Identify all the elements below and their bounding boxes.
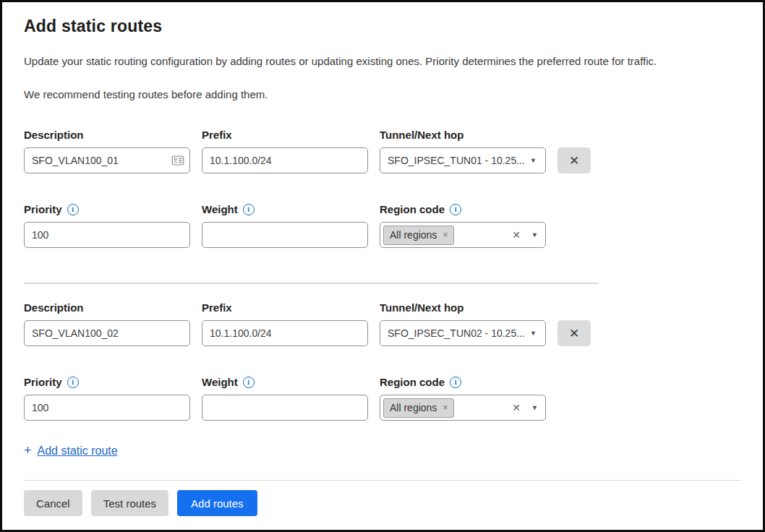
route-2-priority-field: Priority i (24, 375, 190, 421)
route-2-secondary-row: Priority i Weight i Region code i (24, 375, 741, 421)
chip-remove-icon[interactable]: × (443, 403, 448, 413)
intro-text: Update your static routing configuration… (24, 55, 741, 67)
priority-label: Priority i (24, 202, 190, 216)
recommendation-text: We recommend testing routes before addin… (24, 88, 741, 100)
info-icon[interactable]: i (450, 377, 461, 388)
info-icon[interactable]: i (243, 377, 255, 388)
chevron-down-icon: ▼ (530, 330, 537, 337)
route-2-prefix-field: Prefix (202, 301, 368, 346)
route-1-prefix-field: Prefix (202, 128, 368, 173)
region-multiselect[interactable]: All regions × ✕ ▼ (380, 222, 546, 248)
chevron-down-icon[interactable]: ▼ (531, 405, 538, 411)
prefix-input[interactable] (202, 320, 368, 346)
route-2-region-field: Region code i All regions × ✕ ▼ (380, 375, 546, 421)
plus-icon: + (24, 443, 32, 458)
tunnel-select[interactable]: SFO_IPSEC_TUN01 - 10.25... ▼ (380, 147, 546, 173)
add-static-route-label: Add static route (38, 445, 118, 458)
region-multiselect[interactable]: All regions × ✕ ▼ (380, 395, 546, 421)
close-icon: ✕ (569, 153, 579, 168)
description-input[interactable] (24, 320, 190, 346)
route-section-2: Description Prefix Tunnel/Next hop SFO_I… (24, 301, 741, 421)
add-static-routes-dialog: Add static routes Update your static rou… (0, 0, 765, 532)
tunnel-label: Tunnel/Next hop (380, 301, 546, 314)
route-1-priority-field: Priority i (24, 202, 190, 248)
dialog-content: Add static routes Update your static rou… (2, 2, 763, 532)
region-chip-label: All regions (390, 402, 437, 413)
description-label: Description (24, 301, 190, 314)
route-1-weight-field: Weight i (202, 202, 368, 248)
prefix-label: Prefix (202, 301, 368, 314)
description-label: Description (24, 128, 190, 142)
test-routes-button[interactable]: Test routes (91, 490, 168, 516)
section-divider (24, 283, 599, 284)
region-chip[interactable]: All regions × (383, 226, 454, 245)
tunnel-label: Tunnel/Next hop (380, 128, 546, 142)
route-2-weight-field: Weight i (202, 375, 368, 421)
info-icon[interactable]: i (67, 204, 79, 215)
weight-input[interactable] (202, 222, 368, 248)
description-input[interactable] (24, 147, 190, 173)
route-1-secondary-row: Priority i Weight i Region code i (24, 202, 741, 248)
region-chip-label: All regions (390, 229, 437, 241)
prefix-input[interactable] (202, 147, 368, 173)
tunnel-selected-value: SFO_IPSEC_TUN02 - 10.25... (388, 327, 525, 339)
info-icon[interactable]: i (450, 204, 461, 215)
prefix-label: Prefix (202, 128, 368, 142)
footer-actions: Cancel Test routes Add routes (24, 480, 741, 516)
route-2-main-row: Description Prefix Tunnel/Next hop SFO_I… (24, 301, 741, 346)
chevron-down-icon: ▼ (530, 158, 537, 164)
route-section-1: Description Prefix (24, 128, 741, 248)
info-icon[interactable]: i (243, 204, 255, 215)
priority-input[interactable] (24, 395, 190, 421)
chevron-down-icon[interactable]: ▼ (531, 232, 538, 239)
cancel-button[interactable]: Cancel (24, 490, 82, 516)
weight-label: Weight i (202, 202, 368, 216)
chip-remove-icon[interactable]: × (443, 230, 448, 240)
tunnel-select[interactable]: SFO_IPSEC_TUN02 - 10.25... ▼ (380, 320, 546, 346)
route-1-main-row: Description Prefix (24, 128, 741, 173)
close-icon: ✕ (569, 326, 579, 341)
region-chip[interactable]: All regions × (383, 398, 454, 418)
remove-route-button[interactable]: ✕ (557, 147, 591, 173)
remove-route-button[interactable]: ✕ (557, 320, 591, 346)
route-1-description-field: Description (24, 128, 190, 173)
region-code-label: Region code i (380, 375, 546, 389)
route-2-tunnel-field: Tunnel/Next hop SFO_IPSEC_TUN02 - 10.25.… (380, 301, 546, 346)
add-routes-button[interactable]: Add routes (177, 490, 257, 516)
route-1-tunnel-field: Tunnel/Next hop SFO_IPSEC_TUN01 - 10.25.… (380, 128, 546, 173)
priority-label: Priority i (24, 375, 190, 389)
route-2-description-field: Description (24, 301, 190, 346)
tunnel-selected-value: SFO_IPSEC_TUN01 - 10.25... (388, 155, 525, 166)
region-code-label: Region code i (380, 202, 546, 216)
clear-selection-icon[interactable]: ✕ (512, 402, 521, 413)
weight-input[interactable] (202, 395, 368, 421)
clear-selection-icon[interactable]: ✕ (512, 229, 521, 241)
priority-input[interactable] (24, 222, 190, 248)
weight-label: Weight i (202, 375, 368, 389)
route-1-region-field: Region code i All regions × ✕ ▼ (380, 202, 546, 248)
page-title: Add static routes (24, 17, 741, 36)
info-icon[interactable]: i (67, 377, 79, 388)
add-static-route-link[interactable]: + Add static route (24, 443, 118, 458)
